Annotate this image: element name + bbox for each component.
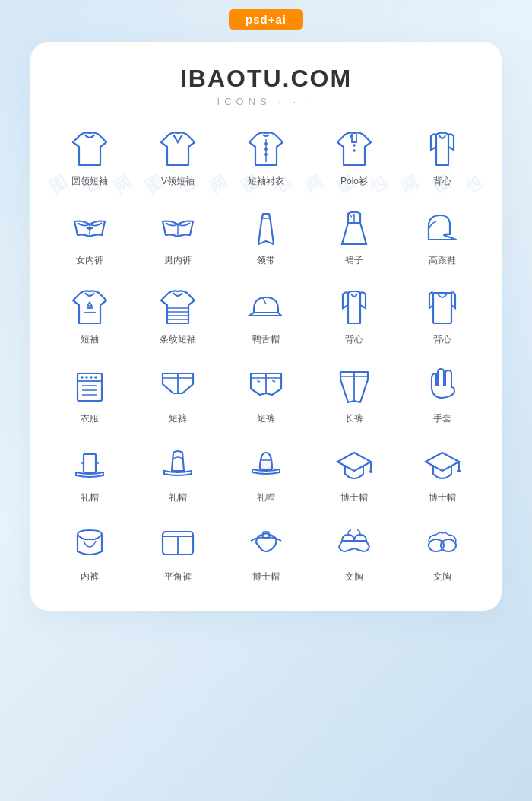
svg-point-18 [94,376,97,379]
svg-point-16 [85,376,88,379]
svg-point-15 [81,376,84,379]
icon-short-sleeve-shirt: 短袖衬衣 [222,121,310,192]
icon-trousers: 长裤 [310,358,398,430]
main-card: 图包网图包 网图包网图 包网图包网 IBAOTU.COM ICONS · · ·… [30,42,502,611]
svg-point-2 [264,148,268,151]
svg-rect-28 [84,454,96,472]
icon-vest3: 背心 [398,279,486,351]
svg-point-1 [264,142,268,145]
icon-skirt: 裙子 [310,200,398,272]
svg-point-4 [353,144,356,147]
icon-cap: 鸭舌帽 [222,279,310,351]
icon-graduation-cap2: 博士帽 [398,437,486,509]
icon-graduation-cap1: 博士帽 [310,437,398,509]
icon-female-underwear: 女内裤 [46,200,134,272]
svg-point-5 [353,149,356,152]
icon-round-neck-tshirt: 圆领短袖 [46,121,134,192]
icon-briefs: 内裤 [46,517,134,588]
icon-polo-shirt: Polo衫 [310,121,398,192]
icon-bra1: 文胸 [310,517,398,588]
top-badge: psd+ai [229,9,303,30]
icon-shorts2: 短裤 [222,358,310,430]
icon-male-underwear: 男内裤 [134,200,222,272]
icon-grad-hat-small: 博士帽 [222,517,310,588]
icon-top-hat3: 礼帽 [222,437,310,509]
icon-v-neck-tshirt: V领短袖 [134,121,222,192]
svg-point-3 [264,153,268,156]
icon-vest1: 背心 [398,121,486,192]
icon-top-hat2: 礼帽 [134,437,222,509]
svg-point-17 [90,376,93,379]
svg-marker-33 [337,453,371,471]
card-title: IBAOTU.COM [46,65,486,93]
icon-shorts1: 短裤 [134,358,222,430]
icon-striped-tshirt: 条纹短袖 [134,279,222,351]
icon-short-sleeve2: 短袖 [46,279,134,351]
icon-bra2: 文胸 [398,517,486,588]
icons-grid: 圆领短袖 V领短袖 短袖衬衣 [46,121,486,588]
icon-vest2: 背心 [310,279,398,351]
icon-glove: 手套 [398,358,486,430]
icon-high-heels: 高跟鞋 [398,200,486,272]
icon-top-hat1: 礼帽 [46,437,134,509]
icon-tie: 领带 [222,200,310,272]
svg-marker-7 [87,302,92,306]
svg-point-35 [369,470,372,473]
card-subtitle: ICONS · · · [46,96,486,107]
icon-boxers: 平角裤 [134,517,222,588]
svg-marker-36 [426,453,459,471]
icon-shirt2: 衣服 [46,358,134,430]
